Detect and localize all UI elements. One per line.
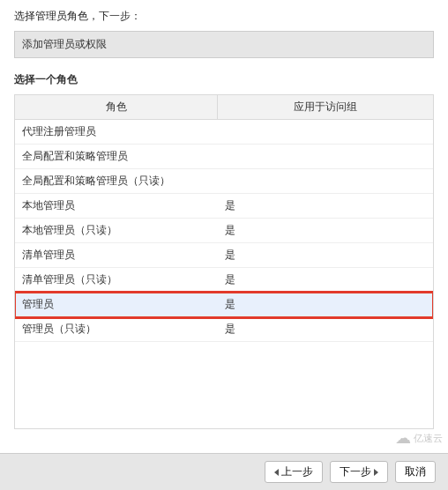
table-row[interactable]: 本地管理员是 <box>15 194 433 219</box>
cell-role: 全局配置和策略管理员（只读） <box>15 169 218 193</box>
next-button-label: 下一步 <box>340 464 371 479</box>
table-header-row: 角色 应用于访问组 <box>15 95 433 120</box>
next-button[interactable]: 下一步 <box>330 461 388 483</box>
table-row[interactable]: 全局配置和策略管理员 <box>15 145 433 169</box>
table-row[interactable]: 代理注册管理员 <box>15 120 433 145</box>
cloud-icon: ☁ <box>395 430 411 446</box>
cell-role: 管理员 <box>15 293 218 316</box>
chevron-left-icon <box>274 469 279 476</box>
cancel-button-label: 取消 <box>405 464 426 479</box>
table-row[interactable]: 管理员（只读）是 <box>15 317 433 342</box>
select-role-label: 选择一个角色 <box>0 58 448 94</box>
column-header-apply-to-group[interactable]: 应用于访问组 <box>218 95 433 119</box>
cell-role: 清单管理员（只读） <box>15 268 218 292</box>
column-header-role[interactable]: 角色 <box>15 95 218 119</box>
cell-role: 全局配置和策略管理员 <box>15 145 218 168</box>
cell-role: 本地管理员 <box>15 194 218 218</box>
cell-apply-to-group <box>218 120 433 144</box>
table-row[interactable]: 管理员是 <box>15 293 433 317</box>
cell-apply-to-group: 是 <box>218 194 433 218</box>
prev-button[interactable]: 上一步 <box>265 461 323 483</box>
cell-role: 代理注册管理员 <box>15 120 218 144</box>
cell-apply-to-group: 是 <box>218 293 433 316</box>
chevron-right-icon <box>374 469 378 476</box>
table-row[interactable]: 本地管理员（只读）是 <box>15 219 433 243</box>
cell-role: 清单管理员 <box>15 243 218 267</box>
cell-role: 管理员（只读） <box>15 317 218 341</box>
cell-apply-to-group: 是 <box>218 317 433 341</box>
cell-apply-to-group: 是 <box>218 219 433 242</box>
table-body: 代理注册管理员全局配置和策略管理员全局配置和策略管理员（只读）本地管理员是本地管… <box>15 120 433 342</box>
prev-button-label: 上一步 <box>281 464 313 479</box>
wizard-footer: 上一步 下一步 取消 <box>0 453 448 490</box>
cell-apply-to-group <box>218 169 433 193</box>
role-table: 角色 应用于访问组 代理注册管理员全局配置和策略管理员全局配置和策略管理员（只读… <box>14 94 434 429</box>
cell-apply-to-group: 是 <box>218 268 433 292</box>
cell-apply-to-group: 是 <box>218 243 433 267</box>
step-bar: 添加管理员或权限 <box>14 31 434 58</box>
watermark-text: 亿速云 <box>414 432 443 445</box>
table-row[interactable]: 清单管理员（只读）是 <box>15 268 433 293</box>
cell-role: 本地管理员（只读） <box>15 219 218 242</box>
table-row[interactable]: 清单管理员是 <box>15 243 433 268</box>
watermark: ☁ 亿速云 <box>395 430 443 446</box>
table-row[interactable]: 全局配置和策略管理员（只读） <box>15 169 433 194</box>
cancel-button[interactable]: 取消 <box>395 461 436 483</box>
page-title: 选择管理员角色，下一步： <box>0 0 448 31</box>
cell-apply-to-group <box>218 145 433 168</box>
